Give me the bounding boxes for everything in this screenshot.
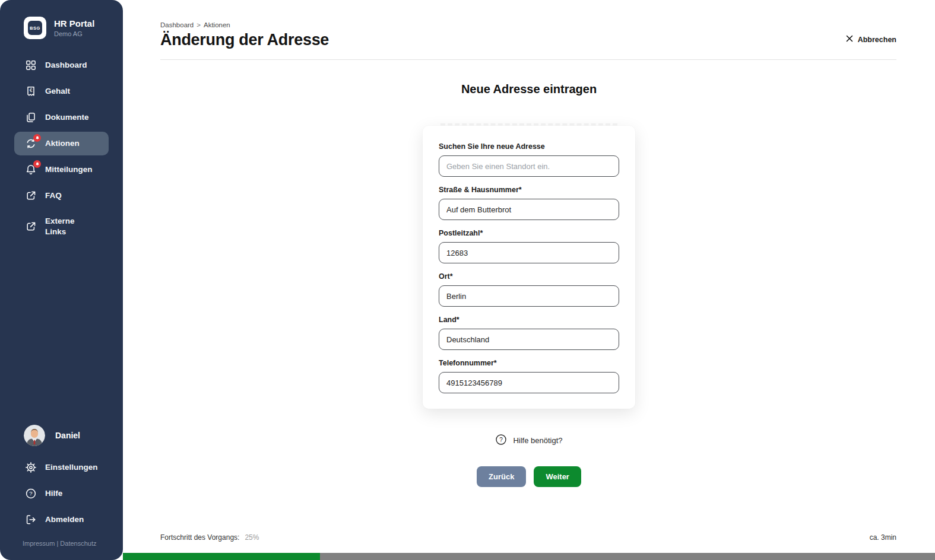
sidebar-item-einstellungen[interactable]: Einstellungen [14, 456, 109, 479]
notification-badge [33, 160, 41, 168]
actions-cycle-icon [25, 138, 37, 149]
sidebar-item-label: Dokumente [45, 112, 89, 123]
field-label: Land* [439, 316, 619, 324]
sidebar-item-label: Gehalt [45, 86, 70, 97]
external-link-icon [25, 221, 37, 233]
postal-code-input[interactable] [439, 242, 619, 263]
sidebar-item-aktionen[interactable]: Aktionen [14, 132, 109, 155]
sidebar-item-dokumente[interactable]: Dokumente [14, 106, 109, 129]
app-title: HR Portal [54, 18, 94, 28]
bell-icon [25, 164, 37, 176]
sidebar-bottom-nav: Einstellungen ? Hilfe A [0, 456, 123, 532]
sidebar-item-hilfe[interactable]: ? Hilfe [14, 482, 109, 505]
breadcrumb: Dashboard>Aktionen [160, 21, 230, 28]
sidebar-item-mitteilungen[interactable]: Mitteilungen [14, 158, 109, 182]
logout-icon [25, 514, 37, 526]
question-circle-icon: ? [25, 488, 37, 499]
wizard-buttons: Zurück Weiter [123, 466, 935, 487]
field-postal-code: Postleitzahl* [439, 229, 619, 263]
sidebar-item-label: Dashboard [45, 60, 87, 71]
breadcrumb-aktionen[interactable]: Aktionen [204, 21, 230, 28]
help-label: Hilfe benötigt? [513, 436, 562, 445]
gear-icon [25, 462, 37, 473]
sidebar-item-abmelden[interactable]: Abmelden [14, 508, 109, 532]
breadcrumb-dashboard[interactable]: Dashboard [160, 21, 194, 28]
country-input[interactable] [439, 329, 619, 350]
sidebar-item-label: Mitteilungen [45, 164, 93, 175]
question-glyph: ? [500, 437, 503, 443]
back-button[interactable]: Zurück [477, 466, 526, 487]
salary-receipt-icon: € [25, 85, 37, 97]
sidebar-item-label: Externe Links [45, 216, 82, 237]
sidebar-nav: Dashboard € Gehalt Dokumente [0, 53, 123, 243]
breadcrumb-separator: > [196, 21, 201, 28]
field-label: Telefonnummer* [439, 359, 619, 367]
cancel-button[interactable]: Abbrechen [845, 34, 896, 44]
street-input[interactable] [439, 199, 619, 220]
progress-bar [123, 553, 935, 560]
legal-links[interactable]: Impressum | Datenschutz [0, 540, 123, 547]
next-button[interactable]: Weiter [534, 466, 581, 487]
user-name: Daniel [55, 431, 80, 440]
sidebar-item-label: Aktionen [45, 138, 80, 149]
search-address-input[interactable] [439, 155, 619, 177]
sidebar-item-label: FAQ [45, 190, 62, 201]
brand: BSG HR Portal Demo AG [0, 0, 123, 39]
app-logo: BSG [24, 17, 46, 39]
city-input[interactable] [439, 285, 619, 307]
field-phone: Telefonnummer* [439, 359, 619, 393]
sidebar: BSG HR Portal Demo AG Dashboard € [0, 0, 123, 560]
sidebar-item-externe-links[interactable]: Externe Links [14, 210, 109, 243]
field-label: Straße & Hausnummer* [439, 186, 619, 194]
footer: Fortschritt des Vorgangs:25% ca. 3min [160, 533, 896, 542]
cancel-label: Abbrechen [858, 36, 896, 44]
sidebar-item-label: Abmelden [45, 514, 84, 525]
header-divider [160, 59, 896, 60]
question-circle-icon: ? [495, 434, 507, 447]
external-link-icon [25, 190, 37, 202]
address-form-card: Suchen Sie Ihre neue Adresse Straße & Ha… [423, 126, 635, 409]
progress-value: 25% [245, 533, 259, 542]
field-label: Ort* [439, 272, 619, 281]
progress-label: Fortschritt des Vorgangs: [160, 533, 239, 542]
euro-glyph: € [30, 87, 33, 93]
avatar [24, 425, 45, 446]
brand-text: HR Portal Demo AG [54, 18, 94, 37]
phone-input[interactable] [439, 372, 619, 393]
eta-label: ca. 3min [870, 533, 896, 542]
field-city: Ort* [439, 272, 619, 307]
form-heading: Neue Adresse eintragen [123, 82, 935, 96]
field-country: Land* [439, 316, 619, 350]
sidebar-item-dashboard[interactable]: Dashboard [14, 53, 109, 77]
field-search-address: Suchen Sie Ihre neue Adresse [439, 142, 619, 177]
card-top-dashes [440, 123, 617, 126]
sidebar-item-label: Hilfe [45, 488, 62, 499]
notification-badge [33, 134, 41, 142]
documents-icon [25, 112, 37, 123]
close-icon [845, 34, 854, 44]
field-street: Straße & Hausnummer* [439, 186, 619, 220]
sidebar-item-faq[interactable]: FAQ [14, 184, 109, 208]
sidebar-item-label: Einstellungen [45, 462, 98, 473]
field-label: Suchen Sie Ihre neue Adresse [439, 142, 619, 151]
sidebar-bottom: Daniel Einstellungen ? [0, 425, 123, 547]
progress-text: Fortschritt des Vorgangs:25% [160, 533, 259, 542]
field-label: Postleitzahl* [439, 229, 619, 237]
question-glyph: ? [29, 490, 32, 497]
logo-text: BSG [28, 21, 42, 35]
page-title: Änderung der Adresse [160, 31, 329, 49]
progress-fill [123, 553, 320, 560]
dashboard-grid-icon [25, 59, 37, 71]
help-link[interactable]: ? Hilfe benötigt? [123, 434, 935, 447]
user-profile[interactable]: Daniel [0, 425, 123, 446]
sidebar-item-gehalt[interactable]: € Gehalt [14, 79, 109, 103]
app-subtitle: Demo AG [54, 30, 94, 37]
